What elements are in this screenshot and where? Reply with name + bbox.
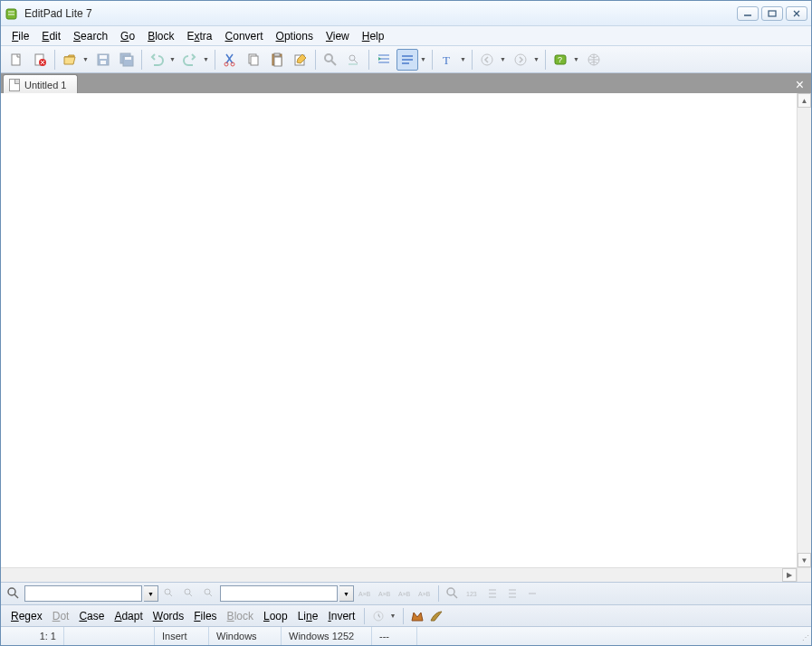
- highlight-button[interactable]: [444, 584, 462, 603]
- menu-convert[interactable]: Convert: [220, 28, 269, 44]
- menu-search[interactable]: Search: [68, 28, 113, 44]
- web-button[interactable]: [583, 49, 605, 71]
- redo-dropdown[interactable]: ▼: [202, 56, 210, 62]
- text-editor[interactable]: [1, 93, 797, 567]
- open-dropdown[interactable]: ▼: [81, 56, 90, 62]
- replace-next-button[interactable]: A»B: [376, 584, 394, 603]
- svg-text:A»B: A»B: [398, 591, 411, 597]
- scroll-track[interactable]: [798, 108, 811, 553]
- svg-rect-17: [274, 53, 280, 56]
- horizontal-scrollbar[interactable]: ▶: [1, 567, 811, 582]
- scroll-right-icon[interactable]: ▶: [782, 568, 797, 582]
- nav-fwd-dropdown[interactable]: ▼: [532, 56, 540, 62]
- minimize-button[interactable]: [737, 6, 759, 21]
- status-extra: ---: [372, 627, 417, 645]
- history-dropdown[interactable]: ▼: [388, 613, 396, 619]
- font-button[interactable]: T: [436, 49, 458, 71]
- save-all-button[interactable]: [116, 49, 138, 71]
- replace-all-button[interactable]: A»B: [396, 584, 414, 603]
- save-button[interactable]: [92, 49, 114, 71]
- scroll-track[interactable]: [1, 568, 782, 582]
- nav-fwd-button[interactable]: [510, 49, 531, 71]
- status-position[interactable]: 1: 1: [1, 627, 64, 645]
- status-encoding[interactable]: Windows 1252: [282, 627, 372, 645]
- titlebar: EditPad Lite 7: [1, 1, 811, 26]
- app-title: EditPad Lite 7: [24, 7, 737, 20]
- app-icon: [5, 6, 19, 21]
- nav-back-button[interactable]: [476, 49, 498, 71]
- help-dropdown[interactable]: ▼: [572, 56, 580, 62]
- replace-history-dropdown[interactable]: ▼: [339, 585, 354, 602]
- feather-icon[interactable]: [427, 607, 445, 625]
- history-button[interactable]: [369, 607, 387, 625]
- find-prev-button[interactable]: [160, 584, 178, 603]
- svg-point-23: [482, 54, 492, 65]
- find-next-button[interactable]: [180, 584, 198, 603]
- nav-back-dropdown[interactable]: ▼: [499, 56, 507, 62]
- replace-button[interactable]: A»B: [356, 584, 374, 603]
- close-button[interactable]: [786, 6, 807, 21]
- new-file-button[interactable]: [5, 49, 27, 71]
- maximize-button[interactable]: [761, 6, 783, 21]
- count-button[interactable]: 123: [463, 584, 482, 603]
- edit-button[interactable]: [290, 49, 311, 71]
- font-dropdown[interactable]: ▼: [459, 56, 467, 62]
- undo-button[interactable]: [146, 49, 167, 71]
- resize-grip[interactable]: ⋰: [797, 629, 811, 643]
- menu-help[interactable]: Help: [357, 28, 390, 44]
- wrap-dropdown[interactable]: ▼: [419, 56, 427, 62]
- replace-files-button[interactable]: A»B: [416, 584, 434, 603]
- editor-area: ▲ ▼: [1, 93, 811, 567]
- find-all-button[interactable]: [200, 584, 218, 603]
- fold-button[interactable]: [483, 584, 502, 603]
- status-mode[interactable]: Insert: [155, 627, 209, 645]
- search-icon[interactable]: [5, 584, 23, 603]
- svg-text:T: T: [443, 53, 450, 67]
- document-tab[interactable]: Untitled 1: [3, 74, 78, 93]
- find-next-button[interactable]: [343, 49, 365, 71]
- cut-button[interactable]: [219, 49, 241, 71]
- close-file-button[interactable]: [29, 49, 51, 71]
- toolbar-separator: [315, 50, 316, 70]
- menu-block[interactable]: Block: [142, 28, 179, 44]
- svg-text:A»B: A»B: [358, 591, 371, 597]
- help-button[interactable]: ?: [549, 49, 571, 71]
- copy-button[interactable]: [243, 49, 264, 71]
- undo-dropdown[interactable]: ▼: [168, 56, 177, 62]
- opt-case[interactable]: Case: [74, 608, 109, 624]
- opt-loop[interactable]: Loop: [259, 608, 292, 624]
- paste-button[interactable]: [266, 49, 288, 71]
- menu-edit[interactable]: Edit: [36, 28, 66, 44]
- svg-rect-2: [769, 11, 776, 16]
- opt-files[interactable]: Files: [189, 608, 221, 624]
- menu-view[interactable]: View: [320, 28, 355, 44]
- menubar: File Edit Search Go Block Extra Convert …: [1, 26, 811, 46]
- find-history-dropdown[interactable]: ▼: [144, 585, 158, 602]
- menu-go[interactable]: Go: [115, 28, 140, 44]
- status-bar: 1: 1 Insert Windows Windows 1252 --- ⋰: [1, 627, 811, 645]
- scroll-up-icon[interactable]: ▲: [798, 93, 811, 108]
- status-eol[interactable]: Windows: [209, 627, 282, 645]
- menu-extra[interactable]: Extra: [182, 28, 218, 44]
- list-button[interactable]: [503, 584, 521, 603]
- menu-file[interactable]: File: [6, 28, 34, 44]
- opt-regex[interactable]: Regex: [6, 608, 47, 624]
- open-button[interactable]: [59, 49, 81, 71]
- extra-search-button[interactable]: [523, 584, 541, 603]
- opt-words[interactable]: Words: [148, 608, 188, 624]
- redo-button[interactable]: [179, 49, 201, 71]
- scroll-down-icon[interactable]: ▼: [798, 553, 811, 567]
- find-input[interactable]: [24, 585, 142, 602]
- opt-adapt[interactable]: Adapt: [110, 608, 147, 624]
- menu-options[interactable]: Options: [271, 28, 319, 44]
- opt-invert[interactable]: Invert: [323, 608, 359, 624]
- replace-input[interactable]: [220, 585, 338, 602]
- vertical-scrollbar[interactable]: ▲ ▼: [797, 93, 811, 567]
- find-button[interactable]: [320, 49, 341, 71]
- wrap-button[interactable]: [396, 49, 418, 71]
- fox-icon[interactable]: [408, 607, 426, 625]
- indent-button[interactable]: [373, 49, 395, 71]
- opt-line[interactable]: Line: [293, 608, 323, 624]
- svg-rect-15: [251, 56, 258, 65]
- close-tab-button[interactable]: ×: [788, 77, 811, 93]
